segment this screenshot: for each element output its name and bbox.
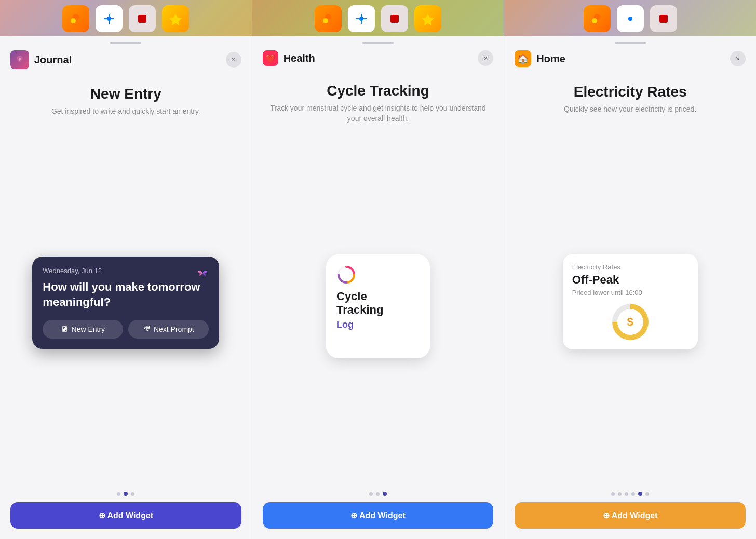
journal-app-icon	[10, 50, 29, 69]
journal-dot-2	[124, 492, 128, 496]
home-dot-5	[638, 492, 642, 496]
health-app-icon-2	[348, 5, 375, 32]
top-icons-journal	[0, 5, 252, 32]
journal-add-widget-button[interactable]: ⊕ Add Widget	[10, 502, 241, 529]
cycle-tracking-widget: CycleTracking Log	[326, 254, 430, 358]
home-close-button[interactable]: ×	[730, 51, 746, 66]
electricity-status: Off-Peak	[572, 273, 688, 287]
health-dot-1	[369, 492, 373, 496]
health-panel: ❤️ Health × Cycle Tracking Track your me…	[252, 0, 504, 539]
home-phone-chrome: 🏠 Home × Electricity Rates Quickly see h…	[504, 36, 756, 539]
svg-rect-13	[390, 15, 399, 23]
electricity-widget-card: Electricity Rates Off-Peak Priced lower …	[563, 254, 698, 349]
health-header: ❤️ Health ×	[252, 44, 504, 72]
electricity-coin-chart: $	[612, 304, 649, 340]
journal-phone-chrome: Journal × New Entry Get inspired to writ…	[0, 36, 252, 539]
journal-panel: Journal × New Entry Get inspired to writ…	[0, 0, 252, 539]
electricity-sub-label: Priced lower until 16:00	[572, 289, 688, 297]
journal-next-prompt-button[interactable]: Next Prompt	[128, 320, 209, 339]
journal-header-left: Journal	[10, 50, 72, 69]
health-app-name: Health	[284, 52, 315, 64]
journal-widget-title: New Entry	[51, 86, 200, 102]
health-app-icon-3	[381, 5, 408, 32]
journal-new-entry-button[interactable]: New Entry	[43, 320, 123, 339]
cycle-spinner-icon	[336, 265, 356, 285]
home-widget-title-section: Electricity Rates Quickly see how your e…	[548, 73, 712, 120]
health-app-icon-1	[315, 5, 342, 32]
journal-widget-buttons: New Entry Next Prompt	[43, 320, 209, 339]
svg-point-9	[323, 18, 328, 23]
electricity-rates-label: Electricity Rates	[572, 263, 688, 271]
cycle-log-label: Log	[336, 319, 354, 330]
home-dot-2	[618, 492, 622, 496]
health-widget-title-section: Cycle Tracking Track your menstrual cycl…	[252, 72, 504, 129]
journal-header: Journal ×	[0, 44, 252, 75]
app-icon-4	[162, 5, 189, 32]
home-widget-title: Electricity Rates	[564, 84, 696, 100]
journal-widget-date: Wednesday, Jun 12	[43, 267, 209, 275]
refresh-icon	[143, 326, 151, 333]
svg-rect-19	[659, 15, 668, 23]
health-close-button[interactable]: ×	[478, 50, 493, 66]
journal-dot-1	[117, 492, 120, 496]
home-widget-preview: Electricity Rates Off-Peak Priced lower …	[504, 120, 756, 484]
health-widget-subtitle: Track your menstrual cycle and get insig…	[268, 103, 489, 124]
home-app-icon-header: 🏠	[515, 50, 531, 67]
journal-dot-3	[131, 492, 134, 496]
health-dot-3	[383, 492, 387, 496]
app-icon-2	[96, 5, 123, 32]
home-header-left: 🏠 Home	[515, 50, 565, 67]
health-widget-title: Cycle Tracking	[268, 83, 489, 99]
home-app-icon-2	[617, 5, 644, 32]
top-icons-home	[504, 5, 756, 32]
home-dot-4	[631, 492, 635, 496]
journal-widget-card: Wednesday, Jun 12 How will you make tomo…	[32, 257, 219, 349]
journal-widget-preview: Wednesday, Jun 12 How will you make tomo…	[0, 122, 252, 484]
health-add-widget-button[interactable]: ⊕ Add Widget	[263, 502, 494, 529]
journal-close-button[interactable]: ×	[226, 52, 241, 68]
svg-point-18	[628, 17, 632, 21]
svg-rect-5	[138, 15, 146, 23]
home-header: 🏠 Home ×	[504, 44, 756, 73]
journal-widget-subtitle: Get inspired to write and quickly start …	[51, 106, 200, 117]
home-dot-1	[611, 492, 615, 496]
home-pagination	[611, 492, 649, 496]
cycle-tracking-title: CycleTracking	[336, 290, 383, 317]
electricity-dollar-icon: $	[617, 309, 643, 335]
svg-marker-14	[422, 14, 434, 25]
journal-widget-title-section: New Entry Get inspired to write and quic…	[36, 75, 216, 122]
app-icon-3	[129, 5, 156, 32]
home-add-widget-button[interactable]: ⊕ Add Widget	[515, 502, 746, 529]
home-dot-3	[625, 492, 628, 496]
home-app-icon-1	[584, 5, 611, 32]
home-app-name: Home	[536, 53, 565, 65]
svg-point-1	[71, 18, 76, 23]
top-icons-health	[252, 5, 504, 32]
health-app-icon-header: ❤️	[263, 50, 278, 66]
home-app-icon-3	[650, 5, 677, 32]
journal-pagination	[117, 492, 134, 496]
health-header-left: ❤️ Health	[263, 50, 315, 66]
health-phone-chrome: ❤️ Health × Cycle Tracking Track your me…	[252, 36, 504, 539]
health-widget-preview: CycleTracking Log	[252, 129, 504, 484]
home-dot-6	[645, 492, 649, 496]
journal-app-name: Journal	[34, 54, 72, 66]
health-app-icon-4	[414, 5, 441, 32]
home-panel: 🏠 Home × Electricity Rates Quickly see h…	[504, 0, 756, 539]
journal-widget-prompt: How will you make tomorrow meaningful?	[43, 280, 209, 309]
edit-icon	[61, 326, 69, 333]
journal-widget-butterfly-icon	[196, 267, 209, 282]
app-icon-1	[62, 5, 89, 32]
svg-point-17	[592, 18, 597, 23]
health-pagination	[369, 492, 387, 496]
svg-marker-6	[169, 14, 182, 25]
home-widget-subtitle: Quickly see how your electricity is pric…	[564, 104, 696, 115]
health-dot-2	[376, 492, 380, 496]
